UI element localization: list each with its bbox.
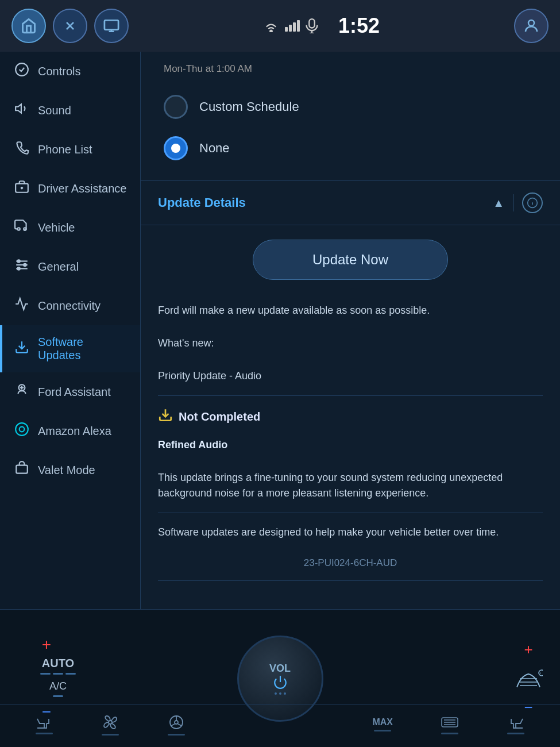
sidebar-item-label: Vehicle (38, 221, 75, 234)
seat-icon (35, 714, 53, 730)
bottom-bar: + AUTO A/C − VOL (0, 609, 560, 747)
refined-audio-section: Refined Audio (141, 429, 560, 461)
status-bar-right (514, 9, 549, 43)
seat-heat-left-button[interactable] (35, 714, 53, 734)
svg-line-43 (178, 724, 181, 726)
custom-schedule-option[interactable]: Custom Schedule (158, 86, 543, 128)
seat-right-icon (507, 714, 525, 730)
rear-defroster-icon (441, 714, 459, 730)
svg-point-20 (17, 260, 20, 262)
temp-right-plus[interactable]: + (524, 641, 532, 659)
custom-schedule-radio[interactable] (164, 95, 188, 119)
sidebar-item-label: Sound (38, 104, 71, 117)
sidebar-item-label: Phone List (38, 143, 92, 156)
version-code: 23-PUI024-6CH-AUD (141, 549, 560, 577)
sidebar-item-controls[interactable]: Controls (0, 52, 140, 91)
description-text: Ford will make a new update available as… (158, 303, 543, 318)
steering-label (168, 734, 185, 736)
schedule-time: Mon-Thu at 1:00 AM (158, 63, 543, 75)
steering-icon (167, 713, 186, 731)
divider-2 (158, 513, 543, 513)
phone-icon (14, 140, 30, 159)
refined-audio-desc-section: This update brings a fine-tuning to your… (141, 461, 560, 510)
connectivity-icon (14, 297, 30, 315)
sidebar-item-label: General (38, 260, 79, 274)
not-completed-row: Not Completed (141, 399, 560, 429)
svg-line-42 (171, 724, 175, 726)
sidebar-item-vehicle[interactable]: Vehicle (0, 208, 140, 247)
sidebar-item-label: Valet Mode (38, 464, 95, 477)
defroster-icon: * (514, 667, 543, 690)
none-option[interactable]: None (158, 128, 543, 169)
climate-dashes-2 (53, 695, 63, 697)
sidebar-item-label: Controls (38, 65, 80, 78)
not-completed-label: Not Completed (179, 410, 260, 423)
user-button[interactable] (514, 9, 549, 43)
sidebar-item-sound[interactable]: Sound (0, 91, 140, 130)
sidebar-item-label: Software Updates (38, 336, 129, 362)
custom-schedule-label: Custom Schedule (199, 99, 299, 114)
auto-label: AUTO (42, 657, 74, 670)
seat-label (36, 733, 53, 734)
info-button[interactable] (522, 192, 543, 213)
collapse-button[interactable]: ▲ (493, 197, 504, 210)
max-label: MAX (372, 717, 393, 727)
ford-assistant-icon (14, 383, 30, 401)
sidebar-item-valet-mode[interactable]: Valet Mode (0, 450, 140, 490)
status-icons (263, 18, 318, 33)
signal-icon (285, 20, 300, 32)
sound-icon (14, 101, 30, 120)
steering-heat-button[interactable] (167, 713, 186, 736)
max-label-bar (374, 730, 391, 731)
sidebar-item-general[interactable]: General (0, 247, 140, 286)
driver-assistance-icon (14, 179, 30, 198)
status-bar-left (11, 9, 129, 43)
none-radio[interactable] (164, 136, 188, 160)
svg-rect-2 (105, 20, 118, 30)
software-updates-icon (14, 340, 30, 358)
max-defroster-button[interactable]: MAX (372, 717, 393, 731)
sidebar-item-label: Connectivity (38, 299, 101, 313)
vol-label: VOL (269, 663, 291, 675)
svg-point-38 (109, 721, 112, 724)
home-button[interactable] (11, 9, 46, 43)
rear-defroster-button[interactable] (441, 714, 459, 734)
divider (513, 194, 513, 211)
sidebar-item-software-updates[interactable]: Software Updates (0, 325, 140, 372)
refined-audio-desc: This update brings a fine-tuning to your… (158, 470, 543, 501)
climate-dashes (40, 673, 76, 675)
close-button[interactable] (53, 9, 87, 43)
svg-marker-11 (16, 104, 21, 113)
svg-point-15 (17, 228, 20, 230)
seat-heat-right-button[interactable] (507, 714, 525, 734)
svg-text:*: * (539, 671, 541, 676)
fan-icon (101, 713, 119, 731)
update-now-section: Update Now (141, 225, 560, 294)
seat-right-label (507, 733, 524, 734)
sidebar-item-phone-list[interactable]: Phone List (0, 130, 140, 169)
whats-new-label: What's new: (158, 336, 543, 351)
ac-label: A/C (49, 680, 67, 692)
temp-left-plus[interactable]: + (42, 636, 51, 654)
update-now-button[interactable]: Update Now (253, 240, 448, 280)
svg-point-21 (24, 264, 26, 266)
vol-dots (275, 692, 286, 695)
update-details-title: Update Details (158, 195, 246, 210)
time-display: 1:52 (338, 14, 380, 38)
svg-point-9 (528, 20, 534, 26)
none-label: None (199, 141, 230, 156)
rear-defroster-label (441, 733, 458, 734)
status-bar: 1:52 (0, 0, 560, 52)
controls-icon (14, 62, 30, 80)
status-bar-center: 1:52 (263, 14, 380, 38)
fan-left-button[interactable] (101, 713, 119, 736)
screen-button[interactable] (94, 9, 129, 43)
sidebar-item-ford-assistant[interactable]: Ford Assistant (0, 372, 140, 411)
svg-rect-6 (309, 19, 314, 28)
svg-point-10 (16, 63, 28, 76)
sidebar-item-amazon-alexa[interactable]: Amazon Alexa (0, 411, 140, 450)
software-note: Software updates are designed to help ma… (158, 525, 543, 540)
sidebar-item-connectivity[interactable]: Connectivity (0, 286, 140, 325)
not-completed-icon (158, 407, 173, 426)
sidebar-item-driver-assistance[interactable]: Driver Assistance (0, 169, 140, 208)
